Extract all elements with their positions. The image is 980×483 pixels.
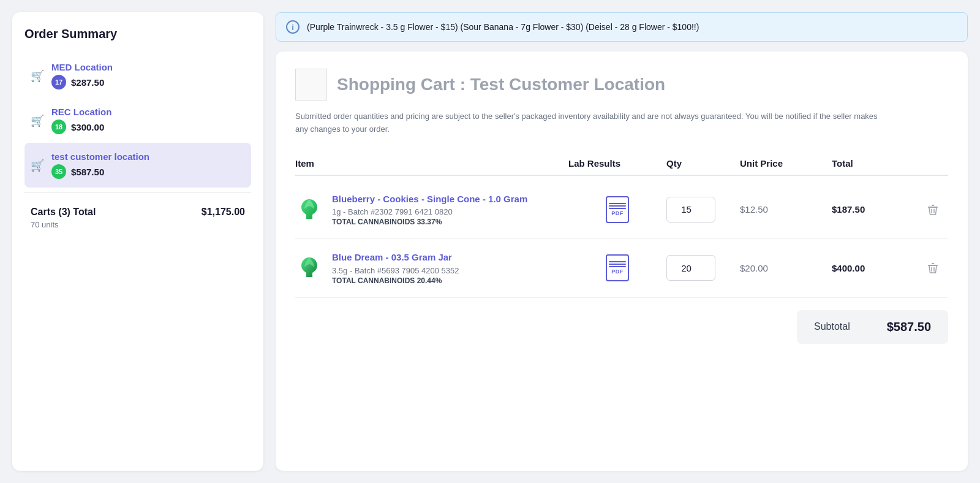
unit-price-2: $20.00 (740, 263, 832, 273)
unit-price-1: $12.50 (740, 204, 832, 215)
cart-header: Shopping Cart : Test Customer Location (295, 69, 948, 101)
cart-disclaimer: Submitted order quantities and pricing a… (295, 110, 883, 136)
pdf-label-1: PDF (611, 210, 624, 216)
info-banner: i (Purple Trainwreck - 3.5 g Flower - $1… (276, 12, 968, 42)
col-header-total: Total (832, 158, 918, 169)
product-icon-2 (295, 254, 323, 282)
qty-input-1[interactable] (666, 197, 715, 222)
cart-title-text: Shopping Cart (337, 75, 455, 94)
svg-rect-1 (932, 205, 934, 206)
cart-item-name-rec: REC Location (51, 107, 111, 117)
cart-icon-test: 🛒 (31, 159, 44, 172)
delete-button-1[interactable] (918, 203, 948, 216)
subtotal-value: $587.50 (887, 320, 931, 334)
pdf-button-2[interactable]: PDF (568, 254, 666, 281)
cart-location-text: : Test Customer Location (460, 75, 666, 94)
carts-total-row: Carts (3) Total $1,175.00 (24, 198, 251, 220)
item-cannabinoids-2: TOTAL CANNABINOIDS 20.44% (332, 276, 459, 285)
col-header-qty: Qty (666, 158, 740, 169)
item-cannabinoids-1: TOTAL CANNABINOIDS 33.37% (332, 218, 527, 226)
cart-logo (295, 69, 327, 101)
subtotal-box: Subtotal $587.50 (797, 310, 948, 344)
cart-panel: Shopping Cart : Test Customer Location S… (276, 51, 968, 471)
cart-icon-med: 🛒 (31, 69, 44, 83)
badge-test: 35 (51, 164, 66, 179)
table-header: Item Lab Results Qty Unit Price Total (295, 153, 948, 176)
cart-title: Shopping Cart : Test Customer Location (337, 75, 665, 94)
subtotal-label: Subtotal (814, 321, 850, 332)
cart-price-test: $587.50 (71, 167, 104, 177)
sidebar-item-test-customer[interactable]: 🛒 test customer location 35 $587.50 (24, 143, 251, 188)
item-batch-2: 3.5g - Batch #5693 7905 4200 5352 (332, 266, 459, 275)
cart-price-med: $287.50 (71, 77, 104, 88)
item-batch-1: 1g - Batch #2302 7991 6421 0820 (332, 207, 527, 216)
product-icon-1 (295, 196, 323, 224)
col-header-unit-price: Unit Price (740, 158, 832, 169)
cart-item-name-test: test customer location (51, 151, 149, 162)
badge-med: 17 (51, 75, 66, 89)
pdf-button-1[interactable]: PDF (568, 196, 666, 223)
banner-text: (Purple Trainwreck - 3.5 g Flower - $15)… (307, 22, 699, 32)
carts-total-label: Carts (3) Total (31, 207, 96, 218)
item-cell-2: Blue Dream - 03.5 Gram Jar 3.5g - Batch … (295, 251, 568, 285)
info-icon: i (286, 20, 300, 34)
subtotal-bar: Subtotal $587.50 (295, 310, 948, 344)
qty-input-2[interactable] (666, 255, 715, 281)
item-name-2: Blue Dream - 03.5 Gram Jar (332, 251, 459, 264)
cart-icon-rec: 🛒 (31, 114, 44, 127)
total-price-1: $187.50 (832, 204, 918, 215)
svg-rect-4 (928, 265, 938, 266)
main-content: i (Purple Trainwreck - 3.5 g Flower - $1… (276, 12, 968, 471)
svg-rect-0 (928, 207, 938, 208)
sidebar-divider (24, 192, 251, 193)
units-label: 70 units (24, 220, 251, 229)
sidebar-item-med-location[interactable]: 🛒 MED Location 17 $287.50 (24, 53, 251, 98)
cart-item-name-med: MED Location (51, 62, 113, 72)
item-name-1: Blueberry - Cookies - Single Cone - 1.0 … (332, 193, 527, 205)
order-summary-title: Order Summary (24, 27, 251, 41)
carts-total-value: $1,175.00 (202, 207, 245, 218)
cart-price-rec: $300.00 (71, 122, 104, 132)
badge-rec: 18 (51, 120, 66, 134)
total-price-2: $400.00 (832, 263, 918, 273)
delete-button-2[interactable] (918, 261, 948, 275)
order-summary-panel: Order Summary 🛒 MED Location 17 $287.50 … (12, 12, 263, 471)
col-header-item: Item (295, 158, 568, 169)
col-header-action (918, 158, 948, 169)
svg-rect-5 (932, 263, 934, 264)
sidebar-item-rec-location[interactable]: 🛒 REC Location 18 $300.00 (24, 98, 251, 143)
table-row: Blueberry - Cookies - Single Cone - 1.0 … (295, 181, 948, 240)
col-header-lab: Lab Results (568, 158, 666, 169)
item-cell-1: Blueberry - Cookies - Single Cone - 1.0 … (295, 193, 568, 227)
table-row: Blue Dream - 03.5 Gram Jar 3.5g - Batch … (295, 239, 948, 298)
pdf-label-2: PDF (611, 268, 624, 275)
